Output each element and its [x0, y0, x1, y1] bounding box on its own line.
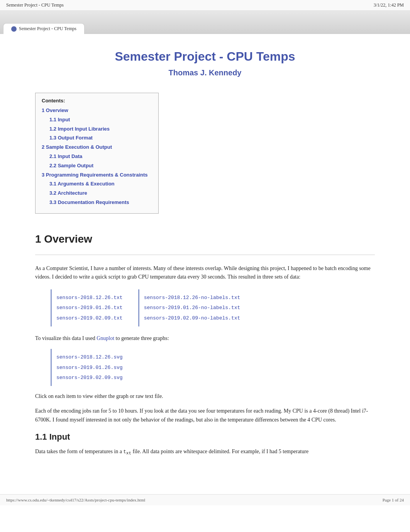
list-item: sensors-2019.02.09-no-labels.txt [144, 313, 241, 323]
list-item: sensors-2019.02.09.txt [56, 313, 123, 323]
toc-item-1-3: 1.3 Output Format [42, 133, 151, 143]
section-1-heading: 1 Overview [35, 233, 375, 247]
section-1-para-2: Each of the encoding jobs ran for 5 to 1… [35, 407, 375, 424]
gnuplot-text-after: to generate three graphs: [114, 335, 169, 341]
gnuplot-link[interactable]: Gnuplot [97, 335, 114, 341]
page-title: Semester Project - CPU Temps [35, 49, 375, 64]
toc-item-1: 1 Overview [42, 106, 151, 115]
date-time: 3/1/22, 1:42 PM [374, 2, 404, 8]
section-1-1-heading: 1.1 Input [35, 432, 375, 442]
toc-link-1-1[interactable]: 1.1 Input [49, 117, 70, 122]
toc-item-1-2: 1.2 Import Input Libraries [42, 124, 151, 134]
toc-item-1-1: 1.1 Input [42, 115, 151, 124]
list-item: sensors-2019.01.26.svg [56, 362, 359, 373]
file-link-3[interactable]: sensors-2019.02.09.txt [56, 315, 123, 321]
toc-link-1-3[interactable]: 1.3 Output Format [49, 135, 93, 141]
toc-title: Contents: [42, 98, 151, 104]
tab-bar: Semester Project - CPU Temps [0, 23, 410, 34]
code-txt: txt [124, 449, 131, 455]
toc-link-3-2[interactable]: 3.2 Architecture [49, 190, 87, 196]
active-tab[interactable]: Semester Project - CPU Temps [3, 23, 85, 34]
toc-link-2-1[interactable]: 2.1 Input Data [49, 153, 82, 159]
toc-box: Contents: 1 Overview 1.1 Input 1.2 Impor… [35, 93, 159, 214]
tab-title: Semester Project - CPU Temps [6, 2, 64, 8]
top-bar: Semester Project - CPU Temps 3/1/22, 1:4… [0, 0, 410, 11]
file-list-container: sensors-2018.12.26.txt sensors-2019.01.2… [51, 289, 359, 326]
section-1-1-para-1: Data takes the form of temperatures in a… [35, 447, 375, 457]
click-note: Click on each item to view either the gr… [35, 392, 375, 401]
toc-item-3-1: 3.1 Arguments & Execution [42, 179, 151, 189]
toc-link-3[interactable]: 3 Programming Requirements & Constraints [42, 172, 148, 178]
toc-link-2[interactable]: 2 Sample Execution & Output [42, 144, 112, 150]
file-link-6[interactable]: sensors-2019.02.09-no-labels.txt [144, 315, 241, 321]
browser-chrome: Semester Project - CPU Temps [0, 11, 410, 34]
gnuplot-text-before: To visualize this data I used [35, 335, 97, 341]
list-item: sensors-2018.12.26-no-labels.txt [144, 292, 241, 303]
toc-link-1-2[interactable]: 1.2 Import Input Libraries [49, 126, 110, 132]
page-footer: https://www.cs.odu.edu/~tkennedy/cs417/s… [0, 494, 410, 505]
file-link-2[interactable]: sensors-2019.01.26.txt [56, 305, 123, 311]
footer-page-info: Page 1 of 24 [383, 498, 404, 502]
list-item: sensors-2018.12.26.txt [56, 292, 123, 303]
tab-label: Semester Project - CPU Temps [19, 26, 76, 32]
gnuplot-para: To visualize this data I used Gnuplot to… [35, 334, 375, 343]
toc-item-2-2: 2.2 Sample Output [42, 161, 151, 170]
toc-item-3-3: 3.3 Documentation Requirements [42, 198, 151, 207]
toc-link-3-1[interactable]: 3.1 Arguments & Execution [49, 181, 115, 187]
list-item: sensors-2019.02.09.svg [56, 372, 359, 383]
file-list-left: sensors-2018.12.26.txt sensors-2019.01.2… [51, 289, 123, 326]
list-item: sensors-2018.12.26.svg [56, 352, 359, 362]
section-11-text-before: Data takes the form of temperatures in a [35, 449, 124, 454]
page-author: Thomas J. Kennedy [35, 68, 375, 77]
list-item: sensors-2019.01.26-no-labels.txt [144, 303, 241, 313]
toc-item-2: 2 Sample Execution & Output [42, 143, 151, 152]
file-link-1[interactable]: sensors-2018.12.26.txt [56, 295, 123, 301]
toc-link-1[interactable]: 1 Overview [42, 107, 68, 113]
section-1-divider [35, 255, 375, 255]
toc-item-3-2: 3.2 Architecture [42, 189, 151, 198]
toc-link-2-2[interactable]: 2.2 Sample Output [49, 163, 93, 168]
tab-favicon-icon [11, 26, 17, 32]
file-link-4[interactable]: sensors-2018.12.26-no-labels.txt [144, 295, 241, 301]
footer-url: https://www.cs.odu.edu/~tkennedy/cs417/s… [6, 498, 145, 502]
svg-link-2[interactable]: sensors-2019.01.26.svg [56, 365, 123, 371]
file-link-5[interactable]: sensors-2019.01.26-no-labels.txt [144, 305, 241, 311]
list-item: sensors-2019.01.26.txt [56, 303, 123, 313]
svg-link-3[interactable]: sensors-2019.02.09.svg [56, 375, 123, 381]
section-11-text-after: file. All data points are whitespace del… [131, 449, 308, 454]
svg-file-list: sensors-2018.12.26.svg sensors-2019.01.2… [51, 349, 359, 386]
svg-link-1[interactable]: sensors-2018.12.26.svg [56, 354, 123, 360]
toc-item-2-1: 2.1 Input Data [42, 152, 151, 161]
toc-item-3: 3 Programming Requirements & Constraints [42, 170, 151, 180]
file-list-right: sensors-2018.12.26-no-labels.txt sensors… [138, 289, 241, 326]
page-content: Semester Project - CPU Temps Thomas J. K… [12, 34, 398, 486]
toc-list: 1 Overview 1.1 Input 1.2 Import Input Li… [42, 106, 151, 207]
toc-link-3-3[interactable]: 3.3 Documentation Requirements [49, 199, 129, 205]
section-1-para-1: As a Computer Scientist, I have a number… [35, 264, 375, 282]
